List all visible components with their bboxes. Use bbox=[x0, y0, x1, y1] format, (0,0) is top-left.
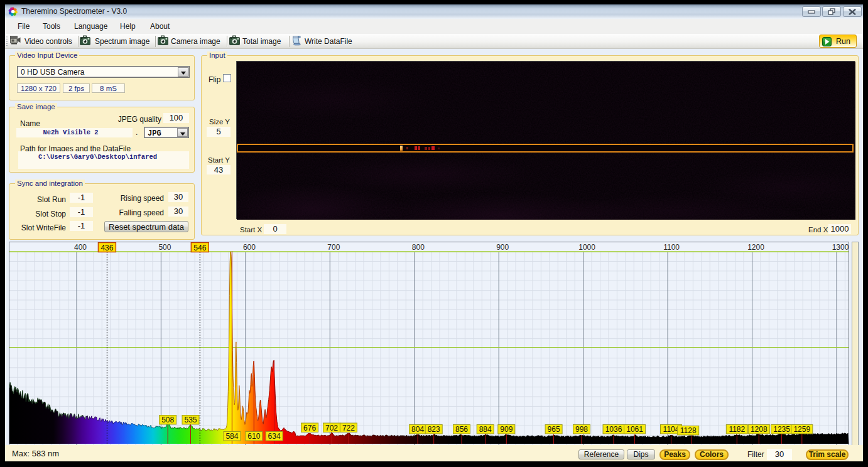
svg-text:610: 610 bbox=[247, 432, 260, 441]
svg-text:900: 900 bbox=[496, 243, 509, 252]
svg-text:535: 535 bbox=[184, 416, 197, 424]
svg-text:965: 965 bbox=[548, 425, 560, 434]
svg-text:634: 634 bbox=[268, 432, 281, 441]
svg-text:1104: 1104 bbox=[663, 425, 680, 434]
svg-text:884: 884 bbox=[479, 425, 492, 434]
svg-text:1208: 1208 bbox=[751, 425, 768, 434]
svg-text:856: 856 bbox=[455, 425, 468, 434]
svg-text:998: 998 bbox=[575, 425, 588, 434]
svg-text:700: 700 bbox=[327, 243, 340, 252]
svg-text:804: 804 bbox=[411, 425, 424, 434]
svg-text:1061: 1061 bbox=[626, 425, 643, 434]
svg-text:1000: 1000 bbox=[578, 243, 595, 252]
svg-text:1100: 1100 bbox=[663, 243, 680, 252]
svg-text:676: 676 bbox=[303, 424, 316, 432]
svg-text:546: 546 bbox=[193, 244, 206, 252]
svg-text:1128: 1128 bbox=[680, 426, 697, 435]
svg-text:722: 722 bbox=[342, 424, 355, 432]
svg-text:600: 600 bbox=[243, 243, 256, 252]
svg-text:1182: 1182 bbox=[729, 425, 745, 434]
svg-text:909: 909 bbox=[500, 425, 513, 434]
svg-text:500: 500 bbox=[158, 243, 171, 252]
svg-text:702: 702 bbox=[325, 424, 338, 432]
svg-text:1036: 1036 bbox=[605, 425, 622, 434]
svg-text:1259: 1259 bbox=[793, 425, 810, 434]
svg-text:508: 508 bbox=[161, 416, 174, 424]
svg-text:584: 584 bbox=[225, 432, 238, 441]
svg-text:823: 823 bbox=[428, 425, 440, 434]
svg-text:436: 436 bbox=[100, 244, 113, 252]
svg-text:1200: 1200 bbox=[747, 243, 764, 252]
svg-text:800: 800 bbox=[412, 243, 425, 252]
svg-text:400: 400 bbox=[74, 243, 87, 252]
svg-text:1300: 1300 bbox=[832, 243, 849, 252]
svg-text:1235: 1235 bbox=[773, 425, 790, 434]
